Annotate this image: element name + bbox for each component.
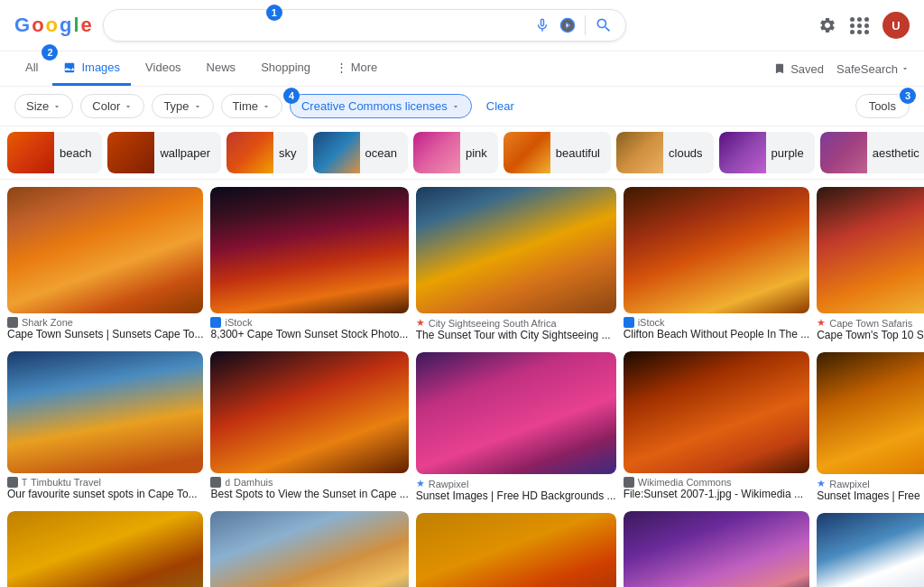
chip-wallpaper[interactable]: wallpaper — [107, 132, 221, 173]
img-placeholder-2-5 — [817, 352, 924, 474]
img-placeholder-1-1 — [7, 187, 203, 313]
img-placeholder-1-4 — [624, 187, 810, 313]
apps-icon[interactable] — [850, 15, 870, 35]
chevron-type-icon — [193, 102, 202, 111]
chip-pink[interactable]: pink — [413, 132, 498, 173]
filter-time[interactable]: Time — [221, 94, 282, 118]
saved-button[interactable]: Saved — [773, 62, 824, 76]
nav-tabs: All 2 Images Videos News Shopping ⋮ More… — [0, 51, 924, 87]
source-icon-1-4 — [624, 317, 634, 328]
search-input[interactable]: sunset — [116, 17, 527, 33]
image-card-2-1[interactable]: T Timbuktu Travel Our favourite sunset s… — [7, 351, 203, 504]
chip-beautiful[interactable]: beautiful — [504, 132, 611, 173]
image-card-1-5[interactable]: ★ Cape Town Safaris Cape Town's Top 10 S… — [817, 187, 924, 345]
img-placeholder-3-4 — [624, 511, 810, 587]
img-placeholder-3-1 — [7, 511, 203, 587]
source-icon-2-2 — [210, 477, 221, 488]
img-placeholder-2-4 — [624, 351, 810, 473]
tab-news[interactable]: News — [196, 51, 247, 86]
chip-beautiful-img — [504, 132, 550, 173]
chip-sky-img — [226, 132, 273, 173]
filter-bar: Size Color Type Time Creative Commons li… — [0, 87, 924, 126]
img-info-2-5: ★ Rawpixel Sunset Images | Free HD Backg… — [817, 474, 924, 506]
img-placeholder-3-2 — [210, 511, 408, 587]
image-col-2: iStock 8,300+ Cape Town Sunset Stock Pho… — [210, 187, 408, 587]
image-card-1-1[interactable]: Shark Zone Cape Town Sunsets | Sunsets C… — [7, 187, 203, 344]
img-info-2-3: ★ Rawpixel Sunset Images | Free HD Backg… — [416, 474, 616, 506]
badge-1: 1 — [266, 5, 282, 21]
img-info-2-1: T Timbuktu Travel Our favourite sunset s… — [7, 473, 203, 504]
img-placeholder-1-2 — [210, 187, 408, 313]
chip-clouds[interactable]: clouds — [616, 132, 714, 173]
chip-beach[interactable]: beach — [7, 132, 102, 173]
chip-beautiful-label: beautiful — [556, 146, 604, 160]
filter-color[interactable]: Color — [80, 94, 144, 118]
chip-aesthetic[interactable]: aesthetic — [820, 132, 924, 173]
chip-pink-label: pink — [466, 146, 491, 160]
img-info-2-2: d Damhuis Best Spots to View the Sunset … — [210, 473, 408, 504]
chip-aesthetic-label: aesthetic — [873, 146, 923, 160]
tab-all[interactable]: All 2 — [14, 51, 49, 86]
tab-more[interactable]: ⋮ More — [325, 51, 388, 86]
suggestion-chips-row: beach wallpaper sky ocean pink beautiful… — [0, 126, 924, 180]
source-icon-1-2 — [210, 317, 221, 328]
chevron-cc-icon — [451, 102, 460, 111]
image-col-1: Shark Zone Cape Town Sunsets | Sunsets C… — [7, 187, 203, 587]
filter-type[interactable]: Type — [152, 94, 213, 118]
mic-icon[interactable] — [534, 17, 550, 33]
tab-videos[interactable]: Videos — [134, 51, 192, 86]
chip-wallpaper-label: wallpaper — [160, 146, 214, 160]
image-card-2-3[interactable]: ★ Rawpixel Sunset Images | Free HD Backg… — [416, 352, 616, 506]
tools-button[interactable]: Tools 3 — [855, 94, 910, 118]
chip-pink-img — [413, 132, 460, 173]
img-placeholder-1-5 — [817, 187, 924, 313]
chip-sky[interactable]: sky — [226, 132, 308, 173]
search-bar: sunset 1 — [103, 9, 626, 42]
img-info-1-1: Shark Zone Cape Town Sunsets | Sunsets C… — [7, 313, 203, 344]
header: Google sunset 1 — [0, 0, 924, 51]
chip-purple-label: purple — [772, 146, 808, 160]
chip-clouds-label: clouds — [669, 146, 707, 160]
img-placeholder-2-1 — [7, 351, 203, 473]
chip-wallpaper-img — [107, 132, 154, 173]
chevron-color-icon — [124, 102, 133, 111]
tab-images[interactable]: Images — [52, 51, 131, 86]
image-card-1-2[interactable]: iStock 8,300+ Cape Town Sunset Stock Pho… — [210, 187, 408, 344]
image-card-3-1[interactable] — [7, 511, 203, 587]
search-submit-icon[interactable] — [595, 16, 613, 34]
image-col-4: iStock Clifton Beach Without People In T… — [624, 187, 810, 587]
image-card-3-5[interactable] — [817, 513, 924, 587]
clear-filter-button[interactable]: Clear — [479, 95, 522, 117]
chip-ocean-img — [313, 132, 360, 173]
lens-icon[interactable] — [559, 17, 576, 33]
chip-purple-img — [719, 132, 766, 173]
bookmark-icon — [773, 62, 786, 75]
chip-sky-label: sky — [279, 146, 300, 160]
chip-beach-label: beach — [60, 146, 95, 160]
image-card-3-3[interactable] — [416, 513, 616, 587]
image-card-1-3[interactable]: ★ City Sightseeing South Africa The Suns… — [416, 187, 616, 345]
chip-purple[interactable]: purple — [719, 132, 815, 173]
tab-shopping[interactable]: Shopping — [250, 51, 321, 86]
source-icon-1-1 — [7, 317, 18, 328]
safesearch-toggle[interactable]: SafeSearch — [836, 62, 910, 76]
chip-beach-img — [7, 132, 54, 173]
img-info-2-4: Wikimedia Commons File:Sunset 2007-1.jpg… — [624, 473, 810, 504]
settings-icon[interactable] — [818, 15, 837, 35]
chip-ocean[interactable]: ocean — [313, 132, 408, 173]
image-card-2-4[interactable]: Wikimedia Commons File:Sunset 2007-1.jpg… — [624, 351, 810, 504]
image-card-3-4[interactable] — [624, 511, 810, 587]
filter-creative-commons[interactable]: Creative Commons licenses 4 — [290, 94, 472, 118]
avatar[interactable]: U — [882, 12, 910, 39]
image-card-2-5[interactable]: ★ Rawpixel Sunset Images | Free HD Backg… — [817, 352, 924, 506]
img-placeholder-2-3 — [416, 352, 616, 474]
image-card-1-4[interactable]: iStock Clifton Beach Without People In T… — [624, 187, 810, 344]
image-grid: Shark Zone Cape Town Sunsets | Sunsets C… — [0, 180, 924, 587]
img-placeholder-3-5 — [817, 513, 924, 587]
source-icon-2-1 — [7, 477, 18, 488]
image-card-2-2[interactable]: d Damhuis Best Spots to View the Sunset … — [210, 351, 408, 504]
chip-ocean-label: ocean — [365, 146, 401, 160]
image-col-3: ★ City Sightseeing South Africa The Suns… — [416, 187, 616, 587]
image-card-3-2[interactable] — [210, 511, 408, 587]
filter-size[interactable]: Size — [14, 94, 73, 118]
